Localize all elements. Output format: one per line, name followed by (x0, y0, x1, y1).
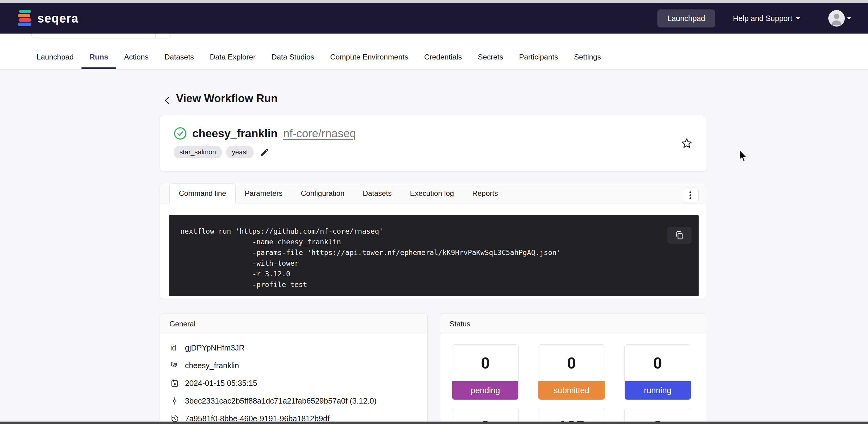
mouse-cursor (738, 150, 748, 163)
avatar (828, 10, 845, 27)
tab-settings[interactable]: Settings (566, 53, 609, 69)
chevron-down-icon (847, 18, 851, 20)
page-title: View Workflow Run (176, 92, 278, 105)
chevron-left-icon (162, 94, 173, 106)
top-navbar: seqera Launchpad Help and Support (0, 3, 868, 34)
tab-participants[interactable]: Participants (511, 53, 566, 69)
help-and-support-menu[interactable]: Help and Support (733, 14, 800, 23)
tab-secrets[interactable]: Secrets (470, 53, 511, 69)
tab-command-line[interactable]: Command line (169, 183, 236, 203)
code-line: nextflow run 'https://github.com/nf-core… (180, 226, 699, 237)
pending-label: pending (452, 381, 518, 400)
code-line: -with-tower (180, 258, 699, 269)
tab-datasets-detail[interactable]: Datasets (354, 183, 401, 203)
general-section: General id gjDPYpNHfm3JR cheesy_franklin (160, 314, 428, 424)
calendar-icon (170, 379, 179, 388)
running-count: 0 (625, 345, 691, 381)
tab-datasets[interactable]: Datasets (157, 53, 202, 69)
tab-credentials[interactable]: Credentials (416, 53, 470, 69)
run-id-value: gjDPYpNHfm3JR (185, 344, 245, 352)
commit-icon (170, 396, 179, 405)
star-icon (681, 137, 693, 150)
seqera-logo[interactable]: seqera (17, 9, 79, 28)
code-line: -r 3.12.0 (180, 269, 699, 280)
person-icon (828, 10, 845, 27)
brand-name: seqera (37, 11, 79, 25)
tab-launchpad[interactable]: Launchpad (29, 53, 82, 69)
tab-execution-log[interactable]: Execution log (401, 183, 463, 203)
start-date-value: 2024-01-15 05:35:15 (185, 379, 257, 388)
masks-icon (170, 361, 179, 370)
submitted-count: 0 (538, 345, 604, 381)
code-line: -params-file 'https://api.tower.nf/ephem… (180, 248, 699, 258)
launchpad-button[interactable]: Launchpad (657, 9, 715, 28)
star-favorite-button[interactable] (681, 137, 693, 150)
help-and-support-label: Help and Support (733, 14, 792, 23)
general-header: General (160, 314, 427, 334)
window-bottom-strip (0, 422, 868, 424)
copy-command-button[interactable] (667, 227, 691, 244)
run-name: cheesy_franklin (192, 127, 278, 140)
label-tag: star_salmon (174, 146, 222, 158)
run-detail-card: Command line Parameters Configuration Da… (160, 183, 706, 299)
general-row-id: id gjDPYpNHfm3JR (170, 339, 418, 357)
tab-reports[interactable]: Reports (463, 183, 507, 203)
status-header: Status (440, 314, 706, 334)
chevron-down-icon (796, 18, 800, 20)
status-card-running: 0 running (624, 345, 691, 400)
tab-parameters[interactable]: Parameters (236, 183, 292, 203)
seqera-logo-icon (17, 9, 32, 28)
status-section: Status 0 pending 0 submitted 0 running 0 (440, 314, 706, 424)
seqera-app: seqera Launchpad Help and Support Launch… (0, 0, 868, 424)
edit-pencil-icon[interactable] (260, 147, 270, 157)
general-row-name: cheesy_franklin (170, 357, 418, 374)
command-line-block: nextflow run 'https://github.com/nf-core… (169, 215, 699, 296)
copy-icon (675, 230, 684, 240)
more-options-button[interactable] (682, 188, 699, 203)
commit-id-value: 3bec2331cac2b5ff88a1dc71a21fab6529b57a0f… (185, 396, 377, 405)
input-divider (155, 34, 156, 38)
workspace-nav-band: Launchpad Runs Actions Datasets Data Exp… (0, 34, 868, 70)
user-menu[interactable] (828, 10, 851, 27)
general-row-commit: 3bec2331cac2b5ff88a1dc71a21fab6529b57a0f… (170, 392, 418, 410)
general-row-date: 2024-01-15 05:35:15 (170, 374, 418, 392)
run-summary-card: cheesy_franklin nf-core/rnaseq star_salm… (160, 115, 706, 172)
code-line: -name cheesy_franklin (180, 237, 699, 248)
tab-data-studios[interactable]: Data Studios (264, 53, 322, 69)
code-line: -profile test (180, 280, 699, 290)
tab-configuration[interactable]: Configuration (292, 183, 354, 203)
submitted-label: submitted (538, 381, 604, 400)
success-check-icon (174, 127, 187, 140)
tab-data-explorer[interactable]: Data Explorer (202, 53, 264, 69)
search-input[interactable] (31, 34, 171, 38)
pipeline-link[interactable]: nf-core/rnaseq (283, 127, 356, 140)
kebab-menu-icon (686, 190, 694, 200)
status-card-submitted: 0 submitted (538, 345, 604, 400)
pending-count: 0 (452, 345, 518, 381)
id-label: id (170, 344, 185, 352)
run-name-value: cheesy_franklin (185, 361, 239, 370)
tab-compute-environments[interactable]: Compute Environments (322, 53, 416, 69)
back-button[interactable] (162, 94, 173, 106)
running-label: running (625, 381, 691, 400)
status-card-pending: 0 pending (452, 345, 519, 400)
tab-runs[interactable]: Runs (82, 53, 116, 69)
detail-tabs: Command line Parameters Configuration Da… (160, 183, 706, 203)
window-edge-strip (0, 0, 868, 3)
workspace-tabs: Launchpad Runs Actions Datasets Data Exp… (29, 53, 609, 69)
tab-actions[interactable]: Actions (116, 53, 157, 69)
label-tag: yeast (226, 146, 254, 158)
